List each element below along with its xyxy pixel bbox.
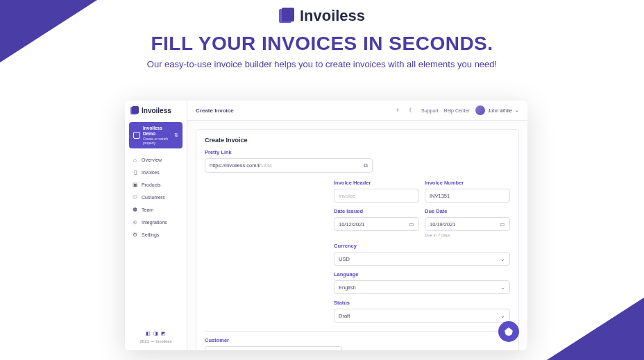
sidebar-brand-text: Invoiless [142, 107, 171, 114]
sidebar-item-label: Integrations [142, 220, 167, 225]
twitter-icon[interactable]: ◧ [146, 331, 151, 336]
brand-icon [279, 8, 296, 24]
sidebar-item-integrations[interactable]: ⎋Integrations [125, 216, 187, 229]
moon-icon[interactable]: ☾ [407, 106, 416, 114]
customer-label: Customer [205, 337, 510, 343]
sidebar-item-products[interactable]: ▣Products [125, 179, 187, 191]
status-select[interactable]: Draft⌄ [334, 309, 510, 323]
brand-text: Invoiless [300, 7, 365, 25]
sidebar-item-label: Overview [142, 157, 162, 162]
sidebar-item-label: Invoices [142, 170, 160, 175]
currency-select[interactable]: USD⌄ [334, 252, 510, 266]
language-label: Language [334, 271, 510, 277]
invoice-number-label: Invoice Number [425, 180, 510, 186]
due-date-hint: Due in 7 days [425, 233, 510, 237]
brand-icon [130, 106, 139, 115]
copyright: 2021 — Invoiless [125, 339, 187, 343]
switch-title: Invoiless Demo [143, 126, 171, 137]
sidebar-item-invoices[interactable]: ▯Invoices [125, 166, 187, 179]
chat-fab[interactable] [498, 321, 519, 342]
sidebar-item-customers[interactable]: ⚇Customers [125, 191, 187, 204]
card-title: Create Invoice [205, 137, 510, 144]
language-select[interactable]: English⌄ [334, 280, 510, 294]
plus-icon[interactable]: + [393, 106, 402, 114]
copy-icon[interactable]: ⧉ [364, 162, 368, 169]
sidebar-item-label: Customers [142, 195, 165, 200]
facebook-icon[interactable]: ◨ [153, 331, 158, 336]
date-issued-input[interactable]: 10/12/2021▭ [334, 217, 419, 231]
chevron-down-icon: ⌄ [500, 313, 505, 319]
pretty-link-label: Pretty Link [205, 149, 510, 155]
divider [205, 331, 510, 332]
invoice-number-input[interactable]: INV1351 [425, 189, 510, 203]
team-icon: ⚉ [132, 207, 138, 213]
sidebar-item-settings[interactable]: ⚙Settings [125, 229, 187, 241]
sidebar: Invoiless Invoiless Demo Create or switc… [125, 101, 187, 350]
user-menu[interactable]: John White ⌄ [475, 105, 519, 115]
page-title: Create Invoice [196, 108, 388, 114]
property-switcher[interactable]: Invoiless Demo Create or switch property… [129, 122, 183, 148]
chevron-down-icon: ⌄ [500, 256, 505, 262]
linkedin-icon[interactable]: ◩ [161, 331, 166, 336]
user-name: John White [488, 108, 512, 113]
document-icon: ▯ [132, 169, 138, 175]
calendar-icon[interactable]: ▭ [409, 221, 414, 228]
status-label: Status [334, 300, 510, 306]
sidebar-item-label: Products [142, 182, 161, 187]
sidebar-item-overview[interactable]: ⌂Overview [125, 154, 187, 166]
corner-decor-br [547, 298, 644, 360]
pretty-link-input[interactable]: https://invoiless.com/i/1234 ⧉ [205, 158, 373, 173]
box-icon: ▣ [132, 182, 138, 188]
users-icon: ⚇ [132, 194, 138, 200]
plug-icon: ⎋ [132, 219, 138, 225]
due-date-input[interactable]: 10/19/2021▭ [425, 217, 510, 231]
home-icon: ⌂ [132, 157, 138, 163]
invoice-header-label: Invoice Header [334, 180, 419, 186]
switch-subtitle: Create or switch property [143, 137, 171, 145]
currency-label: Currency [334, 243, 510, 249]
date-issued-label: Date Issued [334, 208, 419, 214]
due-date-label: Due Date [425, 208, 510, 214]
support-link[interactable]: Support [421, 108, 439, 113]
sidebar-brand[interactable]: Invoiless [125, 101, 187, 122]
avatar [475, 105, 485, 115]
chevron-updown-icon: ⇅ [174, 132, 178, 138]
create-invoice-card: Create Invoice Pretty Link https://invoi… [196, 129, 519, 350]
main-pane: Create Invoice + ☾ Support Help Center J… [187, 101, 527, 350]
hero-subtitle: Our easy-to-use invoice builder helps yo… [28, 59, 616, 69]
calendar-icon[interactable]: ▭ [500, 221, 505, 228]
cube-icon [133, 132, 140, 139]
hero-title: FILL YOUR INVOICES IN SECONDS. [28, 33, 616, 55]
sidebar-item-label: Team [142, 207, 153, 212]
sidebar-item-team[interactable]: ⚉Team [125, 204, 187, 216]
topbar: Create Invoice + ☾ Support Help Center J… [187, 101, 527, 121]
chevron-down-icon: ⌄ [500, 284, 505, 291]
sidebar-item-label: Settings [142, 232, 159, 237]
app-window: Invoiless Invoiless Demo Create or switc… [125, 101, 527, 350]
gear-icon: ⚙ [132, 232, 138, 238]
chevron-down-icon: ⌄ [515, 108, 519, 113]
invoice-header-input[interactable]: Invoice [334, 189, 419, 203]
customer-select[interactable] [205, 346, 342, 350]
help-center-link[interactable]: Help Center [444, 108, 470, 113]
corner-decor-tl [0, 0, 97, 62]
